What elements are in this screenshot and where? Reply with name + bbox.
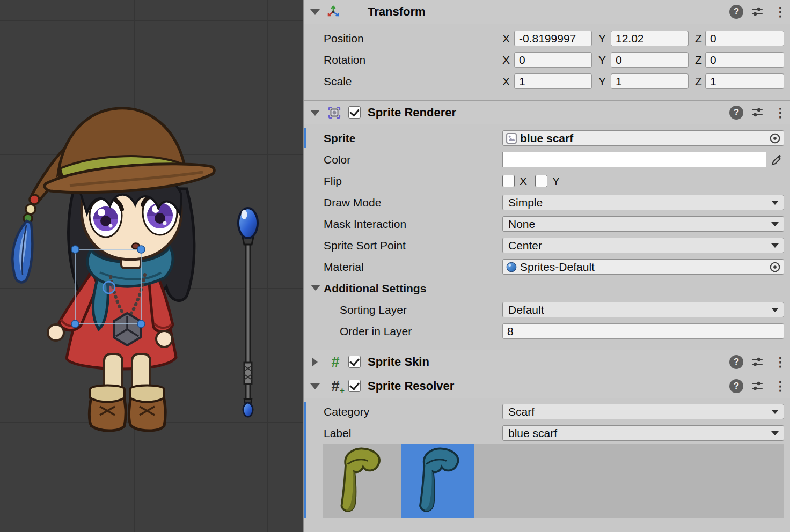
scene-view[interactable] bbox=[0, 0, 303, 532]
flip-y-checkbox[interactable] bbox=[535, 175, 547, 187]
eyedropper-icon[interactable] bbox=[771, 153, 784, 166]
sprite-object-field[interactable]: blue scarf bbox=[502, 130, 784, 146]
flip-y-label: Y bbox=[552, 173, 560, 189]
inspector-panel: Transform ? ⋮ Position X -0.8199997 Y 12… bbox=[303, 0, 790, 532]
flip-x-checkbox[interactable] bbox=[502, 175, 515, 187]
hat-bead-red bbox=[30, 195, 39, 204]
sprite-skin-script-icon: # bbox=[328, 354, 342, 370]
kebab-menu-icon[interactable]: ⋮ bbox=[773, 379, 787, 393]
axis-x-label: X bbox=[502, 31, 510, 46]
mask-interaction-dropdown[interactable]: None bbox=[502, 216, 784, 232]
sorting-layer-dropdown[interactable]: Default bbox=[502, 302, 784, 317]
rotation-x-field[interactable]: 0 bbox=[514, 52, 592, 68]
rotation-y-field[interactable]: 0 bbox=[611, 52, 689, 68]
order-in-layer-field[interactable]: 8 bbox=[502, 323, 784, 339]
presets-icon[interactable] bbox=[750, 5, 764, 19]
mask-interaction-label: Mask Interaction bbox=[324, 216, 406, 232]
presets-icon[interactable] bbox=[750, 106, 764, 120]
transform-icon bbox=[326, 5, 340, 19]
pivot-handle[interactable] bbox=[103, 282, 115, 293]
staff-orb bbox=[238, 208, 258, 238]
sprite-resolver-foldout-icon[interactable] bbox=[310, 383, 320, 389]
sprite-resolver-enabled-checkbox[interactable] bbox=[348, 380, 361, 392]
chevron-down-icon bbox=[771, 431, 779, 435]
sprite-sort-point-dropdown[interactable]: Center bbox=[502, 238, 784, 253]
sprite-renderer-enabled-checkbox[interactable] bbox=[348, 106, 361, 119]
selection-handle-bottom-left[interactable] bbox=[71, 320, 79, 328]
kebab-menu-icon[interactable]: ⋮ bbox=[773, 5, 787, 19]
additional-settings-foldout-icon[interactable] bbox=[311, 285, 320, 291]
label-dropdown[interactable]: blue scarf bbox=[502, 425, 784, 441]
scale-label: Scale bbox=[324, 73, 352, 89]
sprite-thumbnail-green-scarf[interactable] bbox=[323, 444, 396, 518]
scene-canvas bbox=[0, 0, 303, 532]
axis-z-label: Z bbox=[695, 52, 702, 68]
sprite-skin-enabled-checkbox[interactable] bbox=[348, 356, 361, 368]
material-value: Sprites-Default bbox=[520, 260, 595, 274]
sprite-renderer-header[interactable]: Sprite Renderer ? ⋮ bbox=[304, 100, 790, 124]
sorting-layer-value: Default bbox=[508, 302, 544, 317]
draw-mode-label: Draw Mode bbox=[324, 195, 381, 210]
sprite-resolver-script-icon: # + bbox=[328, 379, 342, 394]
selection-handle-bottom-right[interactable] bbox=[137, 320, 145, 328]
object-picker-icon[interactable] bbox=[769, 132, 781, 144]
help-icon[interactable]: ? bbox=[729, 106, 743, 120]
scale-x-field[interactable]: 1 bbox=[514, 73, 592, 89]
mask-interaction-value: None bbox=[508, 217, 535, 231]
scale-y-field[interactable]: 1 bbox=[611, 73, 689, 89]
position-z-field[interactable]: 0 bbox=[705, 31, 784, 46]
axis-z-label: Z bbox=[695, 73, 702, 89]
selection-handle-top-right[interactable] bbox=[137, 246, 145, 253]
category-dropdown[interactable]: Scarf bbox=[502, 404, 784, 419]
sprite-resolver-title: Sprite Resolver bbox=[368, 374, 454, 398]
transform-title: Transform bbox=[368, 0, 426, 24]
order-in-layer-label: Order in Layer bbox=[340, 323, 412, 339]
sprite-thumbnail-blue-scarf[interactable] bbox=[401, 444, 474, 518]
chevron-down-icon bbox=[771, 308, 779, 312]
object-picker-icon[interactable] bbox=[769, 261, 781, 273]
kebab-menu-icon[interactable]: ⋮ bbox=[773, 355, 787, 369]
sprite-skin-foldout-icon[interactable] bbox=[312, 357, 318, 367]
flip-label: Flip bbox=[324, 173, 342, 189]
sprite-resolver-header[interactable]: # + Sprite Resolver ? ⋮ bbox=[304, 374, 790, 398]
label-value: blue scarf bbox=[508, 426, 557, 440]
transform-header[interactable]: Transform ? ⋮ bbox=[304, 0, 790, 24]
draw-mode-value: Simple bbox=[508, 195, 543, 210]
presets-icon[interactable] bbox=[750, 355, 764, 369]
sprite-renderer-title: Sprite Renderer bbox=[368, 101, 456, 124]
chevron-down-icon bbox=[771, 410, 779, 414]
sprite-variant-strip bbox=[323, 444, 784, 518]
staff-sprite bbox=[238, 208, 258, 417]
axis-z-label: Z bbox=[695, 31, 702, 46]
transform-foldout-icon[interactable] bbox=[310, 9, 320, 15]
sorting-layer-label: Sorting Layer bbox=[340, 302, 407, 317]
hand-left bbox=[48, 324, 64, 341]
label-label: Label bbox=[324, 425, 351, 441]
scale-z-field[interactable]: 1 bbox=[705, 73, 784, 89]
character-sprite bbox=[12, 108, 214, 431]
flip-x-label: X bbox=[520, 173, 527, 189]
chevron-down-icon bbox=[771, 243, 779, 248]
prefab-override-bar bbox=[304, 402, 306, 518]
axis-x-label: X bbox=[502, 73, 510, 89]
help-icon[interactable]: ? bbox=[729, 379, 743, 393]
position-y-field[interactable]: 12.02 bbox=[611, 31, 689, 46]
presets-icon[interactable] bbox=[750, 379, 764, 393]
draw-mode-dropdown[interactable]: Simple bbox=[502, 195, 784, 210]
kebab-menu-icon[interactable]: ⋮ bbox=[773, 106, 787, 120]
sprite-skin-title: Sprite Skin bbox=[368, 350, 429, 374]
selection-handle-top-left[interactable] bbox=[71, 246, 79, 253]
sprite-sort-point-value: Center bbox=[508, 238, 542, 253]
category-label: Category bbox=[324, 404, 369, 419]
material-object-field[interactable]: Sprites-Default bbox=[502, 259, 784, 275]
rotation-z-field[interactable]: 0 bbox=[705, 52, 784, 68]
position-x-field[interactable]: -0.8199997 bbox=[514, 31, 592, 46]
help-icon[interactable]: ? bbox=[729, 355, 743, 369]
unity-editor-window: Transform ? ⋮ Position X -0.8199997 Y 12… bbox=[0, 0, 790, 532]
sprite-renderer-foldout-icon[interactable] bbox=[310, 110, 320, 116]
section-separator bbox=[304, 349, 790, 349]
material-sphere-icon bbox=[506, 261, 517, 273]
sprite-skin-header[interactable]: # Sprite Skin ? ⋮ bbox=[304, 350, 790, 374]
color-swatch[interactable] bbox=[502, 152, 766, 167]
help-icon[interactable]: ? bbox=[729, 5, 743, 19]
